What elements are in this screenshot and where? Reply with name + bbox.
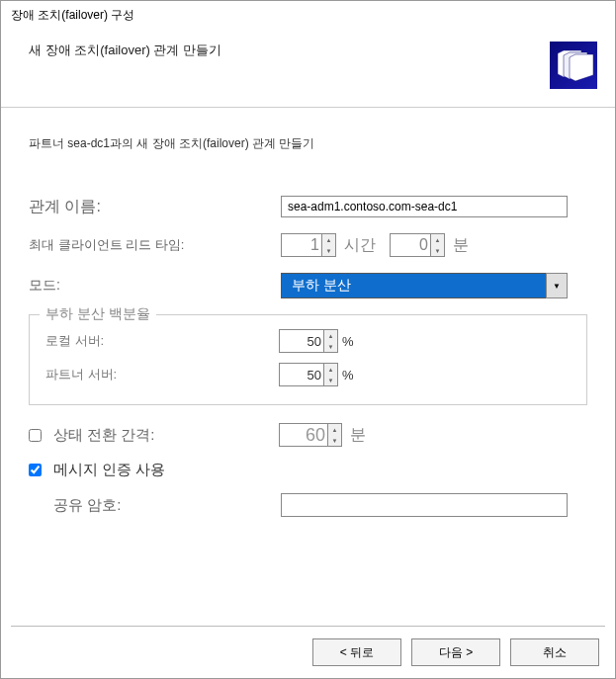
local-server-spinner[interactable]: 50 ▲ ▼ (279, 329, 338, 353)
partner-down-icon[interactable]: ▼ (324, 375, 337, 385)
load-balance-group-title: 부하 분산 백분율 (40, 305, 156, 323)
back-button[interactable]: < 뒤로 (312, 638, 401, 666)
partner-up-icon[interactable]: ▲ (324, 364, 337, 375)
shared-secret-label: 공유 암호: (29, 496, 281, 515)
state-interval-arrows[interactable]: ▲ ▼ (327, 424, 341, 446)
local-server-label: 로컬 서버: (45, 332, 279, 350)
minutes-spinner[interactable]: 0 ▲ ▼ (390, 233, 445, 257)
partner-server-spinner[interactable]: 50 ▲ ▼ (279, 363, 338, 386)
minutes-down-icon[interactable]: ▼ (431, 245, 444, 256)
mode-label: 모드: (29, 277, 281, 295)
wizard-content: 파트너 sea-dc1과의 새 장애 조치(failover) 관계 만들기 관… (1, 108, 615, 517)
footer-separator (11, 626, 605, 627)
relation-name-input[interactable] (281, 196, 568, 217)
wizard-subtitle: 새 장애 조치(failover) 관계 만들기 (29, 42, 221, 59)
local-percent: % (342, 334, 354, 349)
hours-value: 1 (282, 236, 321, 254)
state-interval-spinner[interactable]: 60 ▲ ▼ (279, 423, 342, 447)
state-interval-label: 상태 전환 간격: (53, 426, 279, 445)
folder-stack-icon (550, 42, 597, 89)
partner-server-value: 50 (280, 368, 323, 382)
local-arrows[interactable]: ▲ ▼ (323, 330, 337, 352)
hours-down-icon[interactable]: ▼ (322, 245, 335, 256)
local-server-value: 50 (280, 334, 323, 349)
state-up-icon[interactable]: ▲ (328, 424, 341, 435)
msg-auth-checkbox[interactable] (29, 464, 42, 476)
load-balance-group: 부하 분산 백분율 로컬 서버: 50 ▲ ▼ % 파트너 서버: 50 ▲ ▼ (29, 314, 587, 405)
partner-arrows[interactable]: ▲ ▼ (323, 364, 337, 385)
state-down-icon[interactable]: ▼ (328, 435, 341, 446)
minutes-unit: 분 (453, 235, 469, 256)
minutes-arrows[interactable]: ▲ ▼ (430, 234, 444, 256)
chevron-down-icon: ▼ (553, 282, 561, 291)
intro-text: 파트너 sea-dc1과의 새 장애 조치(failover) 관계 만들기 (29, 135, 587, 152)
state-interval-value: 60 (280, 425, 327, 446)
local-up-icon[interactable]: ▲ (324, 330, 337, 341)
relation-name-label: 관계 이름: (29, 197, 281, 217)
wizard-header: 새 장애 조치(failover) 관계 만들기 (1, 28, 615, 107)
minutes-value: 0 (391, 236, 430, 254)
window-title: 장애 조치(failover) 구성 (1, 1, 615, 28)
partner-percent: % (342, 368, 354, 382)
max-client-lead-label: 최대 클라이언트 리드 타임: (29, 236, 281, 254)
minutes-up-icon[interactable]: ▲ (431, 234, 444, 245)
hours-up-icon[interactable]: ▲ (322, 234, 335, 245)
next-button[interactable]: 다음 > (411, 638, 500, 666)
mode-select-value: 부하 분산 (281, 273, 568, 298)
cancel-button[interactable]: 취소 (510, 638, 599, 666)
hours-arrows[interactable]: ▲ ▼ (321, 234, 335, 256)
partner-server-label: 파트너 서버: (45, 366, 279, 383)
wizard-buttons: < 뒤로 다음 > 취소 (312, 638, 599, 666)
hours-unit: 시간 (344, 235, 376, 256)
msg-auth-label: 메시지 인증 사용 (53, 461, 165, 479)
mode-select[interactable]: 부하 분산 ▼ (281, 273, 568, 298)
hours-spinner[interactable]: 1 ▲ ▼ (281, 233, 336, 257)
state-interval-checkbox[interactable] (29, 429, 42, 442)
local-down-icon[interactable]: ▼ (324, 341, 337, 352)
dropdown-button[interactable]: ▼ (546, 273, 568, 298)
shared-secret-input[interactable] (281, 493, 568, 517)
state-interval-unit: 분 (350, 425, 366, 446)
